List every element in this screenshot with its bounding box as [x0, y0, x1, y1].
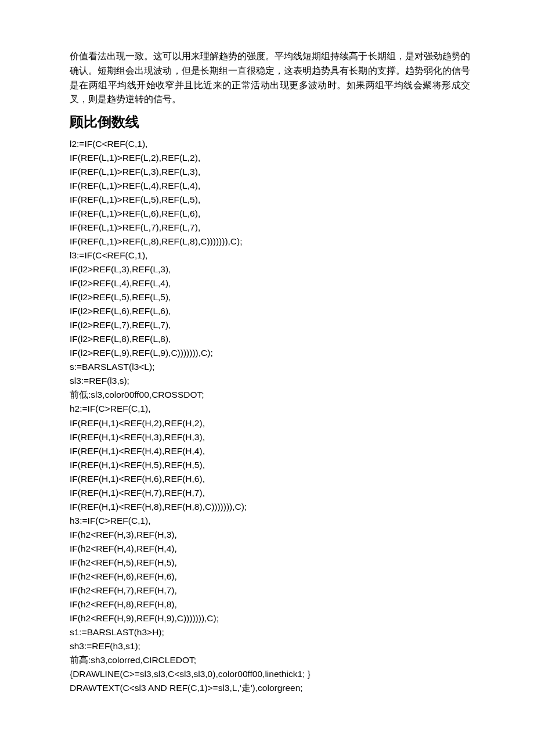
code-line: IF(h2<REF(H,5),REF(H,5),	[70, 556, 470, 570]
code-line: IF(h2<REF(H,9),REF(H,9),C))))))),C);	[70, 611, 470, 625]
code-line: IF(REF(H,1)<REF(H,7),REF(H,7),	[70, 486, 470, 500]
code-line: IF(h2<REF(H,4),REF(H,4),	[70, 542, 470, 556]
code-line: IF(h2<REF(H,8),REF(H,8),	[70, 597, 470, 611]
code-line: IF(REF(L,1)>REF(L,7),REF(L,7),	[70, 221, 470, 235]
code-line: s:=BARSLAST(l3<L);	[70, 360, 470, 374]
code-line: IF(l2>REF(L,8),REF(L,8),	[70, 332, 470, 346]
code-line: s1:=BARSLAST(h3>H);	[70, 625, 470, 639]
code-line: IF(h2<REF(H,7),REF(H,7),	[70, 584, 470, 597]
code-line: 前高:sh3,colorred,CIRCLEDOT;	[70, 653, 470, 667]
code-line: IF(REF(H,1)<REF(H,6),REF(H,6),	[70, 472, 470, 486]
code-line: h3:=IF(C>REF(C,1),	[70, 514, 470, 528]
code-line: IF(REF(L,1)>REF(L,2),REF(L,2),	[70, 151, 470, 165]
code-line: IF(h2<REF(H,3),REF(H,3),	[70, 528, 470, 542]
code-line: sl3:=REF(l3,s);	[70, 374, 470, 388]
code-line: IF(REF(L,1)>REF(L,8),REF(L,8),C))))))),C…	[70, 235, 470, 249]
code-line: IF(l2>REF(L,6),REF(L,6),	[70, 304, 470, 318]
code-line: sh3:=REF(h3,s1);	[70, 639, 470, 653]
code-line: IF(REF(H,1)<REF(H,2),REF(H,2),	[70, 416, 470, 430]
document-page: 价值看法出现一致。这可以用来理解趋势的强度。平均线短期组持续高于长期组，是对强劲…	[0, 0, 534, 756]
code-line: {DRAWLINE(C>=sl3,sl3,C<sl3,sl3,0),color0…	[70, 667, 470, 681]
code-line: IF(l2>REF(L,3),REF(L,3),	[70, 262, 470, 276]
code-line: IF(l2>REF(L,5),REF(L,5),	[70, 290, 470, 304]
code-line: 前低:sl3,color00ff00,CROSSDOT;	[70, 388, 470, 402]
code-line: IF(REF(L,1)>REF(L,3),REF(L,3),	[70, 165, 470, 179]
code-line: IF(REF(H,1)<REF(H,3),REF(H,3),	[70, 430, 470, 444]
section-heading: 顾比倒数线	[70, 113, 470, 131]
code-line: IF(REF(L,1)>REF(L,4),REF(L,4),	[70, 179, 470, 193]
code-line: IF(REF(H,1)<REF(H,5),REF(H,5),	[70, 458, 470, 472]
intro-paragraph: 价值看法出现一致。这可以用来理解趋势的强度。平均线短期组持续高于长期组，是对强劲…	[70, 49, 470, 107]
code-line: IF(h2<REF(H,6),REF(H,6),	[70, 570, 470, 584]
code-line: IF(REF(L,1)>REF(L,5),REF(L,5),	[70, 193, 470, 207]
code-line: IF(REF(H,1)<REF(H,8),REF(H,8),C))))))),C…	[70, 500, 470, 514]
code-block: l2:=IF(C<REF(C,1), IF(REF(L,1)>REF(L,2),…	[70, 137, 470, 695]
code-line: IF(l2>REF(L,9),REF(L,9),C))))))),C);	[70, 346, 470, 360]
code-line: IF(l2>REF(L,7),REF(L,7),	[70, 318, 470, 332]
code-line: l3:=IF(C<REF(C,1),	[70, 249, 470, 262]
code-line: IF(l2>REF(L,4),REF(L,4),	[70, 276, 470, 290]
code-line: IF(REF(L,1)>REF(L,6),REF(L,6),	[70, 207, 470, 221]
code-line: l2:=IF(C<REF(C,1),	[70, 137, 470, 151]
code-line: h2:=IF(C>REF(C,1),	[70, 402, 470, 416]
code-line: DRAWTEXT(C<sl3 AND REF(C,1)>=sl3,L,'走'),…	[70, 681, 470, 695]
code-line: IF(REF(H,1)<REF(H,4),REF(H,4),	[70, 444, 470, 458]
